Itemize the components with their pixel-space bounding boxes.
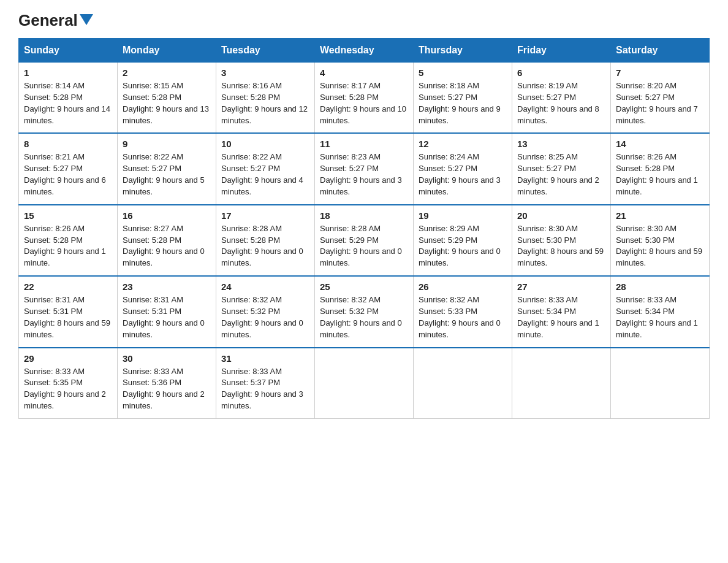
day-number: 20 (517, 210, 605, 221)
day-info: Sunrise: 8:32 AMSunset: 5:33 PMDaylight:… (419, 295, 501, 339)
calendar-header-row: SundayMondayTuesdayWednesdayThursdayFrid… (19, 39, 710, 63)
calendar-cell: 31Sunrise: 8:33 AMSunset: 5:37 PMDayligh… (216, 348, 315, 419)
calendar-cell: 13Sunrise: 8:25 AMSunset: 5:27 PMDayligh… (512, 133, 611, 204)
calendar-cell: 30Sunrise: 8:33 AMSunset: 5:36 PMDayligh… (118, 348, 216, 419)
calendar-cell: 11Sunrise: 8:23 AMSunset: 5:27 PMDayligh… (315, 133, 414, 204)
day-info: Sunrise: 8:30 AMSunset: 5:30 PMDaylight:… (616, 224, 702, 268)
calendar-cell: 25Sunrise: 8:32 AMSunset: 5:32 PMDayligh… (315, 276, 414, 347)
day-number: 11 (320, 139, 408, 149)
col-header-friday: Friday (512, 39, 611, 63)
calendar-cell: 10Sunrise: 8:22 AMSunset: 5:27 PMDayligh… (216, 133, 315, 204)
calendar-cell (414, 348, 512, 419)
calendar-cell (315, 348, 414, 419)
day-number: 26 (419, 282, 507, 292)
day-number: 9 (123, 139, 211, 149)
col-header-saturday: Saturday (611, 39, 710, 63)
calendar-week-row: 29Sunrise: 8:33 AMSunset: 5:35 PMDayligh… (19, 348, 710, 419)
day-number: 28 (616, 282, 704, 292)
day-number: 8 (24, 139, 112, 149)
day-number: 15 (24, 210, 112, 221)
day-number: 1 (24, 67, 112, 78)
calendar-cell: 23Sunrise: 8:31 AMSunset: 5:31 PMDayligh… (118, 276, 216, 347)
day-number: 22 (24, 282, 112, 292)
day-number: 4 (320, 67, 408, 78)
calendar-cell: 9Sunrise: 8:22 AMSunset: 5:27 PMDaylight… (118, 133, 216, 204)
day-number: 14 (616, 139, 704, 149)
calendar-cell: 21Sunrise: 8:30 AMSunset: 5:30 PMDayligh… (611, 205, 710, 276)
calendar-cell: 5Sunrise: 8:18 AMSunset: 5:27 PMDaylight… (414, 63, 512, 134)
day-number: 10 (221, 139, 309, 149)
calendar-cell: 7Sunrise: 8:20 AMSunset: 5:27 PMDaylight… (611, 63, 710, 134)
day-info: Sunrise: 8:22 AMSunset: 5:27 PMDaylight:… (221, 152, 303, 196)
calendar-cell: 3Sunrise: 8:16 AMSunset: 5:28 PMDaylight… (216, 63, 315, 134)
calendar-cell (611, 348, 710, 419)
day-number: 23 (123, 282, 211, 292)
day-info: Sunrise: 8:32 AMSunset: 5:32 PMDaylight:… (221, 295, 303, 339)
calendar-week-row: 15Sunrise: 8:26 AMSunset: 5:28 PMDayligh… (19, 205, 710, 276)
day-info: Sunrise: 8:23 AMSunset: 5:27 PMDaylight:… (320, 152, 402, 196)
calendar-week-row: 1Sunrise: 8:14 AMSunset: 5:28 PMDaylight… (19, 63, 710, 134)
day-number: 12 (419, 139, 507, 149)
calendar-cell: 20Sunrise: 8:30 AMSunset: 5:30 PMDayligh… (512, 205, 611, 276)
calendar-table: SundayMondayTuesdayWednesdayThursdayFrid… (18, 38, 710, 419)
calendar-cell: 8Sunrise: 8:21 AMSunset: 5:27 PMDaylight… (19, 133, 118, 204)
day-number: 29 (24, 353, 112, 364)
calendar-cell: 6Sunrise: 8:19 AMSunset: 5:27 PMDaylight… (512, 63, 611, 134)
day-number: 27 (517, 282, 605, 292)
day-number: 24 (221, 282, 309, 292)
day-info: Sunrise: 8:19 AMSunset: 5:27 PMDaylight:… (517, 81, 599, 125)
day-number: 7 (616, 67, 704, 78)
calendar-cell: 16Sunrise: 8:27 AMSunset: 5:28 PMDayligh… (118, 205, 216, 276)
col-header-thursday: Thursday (414, 39, 512, 63)
day-number: 5 (419, 67, 507, 78)
calendar-week-row: 8Sunrise: 8:21 AMSunset: 5:27 PMDaylight… (19, 133, 710, 204)
day-info: Sunrise: 8:17 AMSunset: 5:28 PMDaylight:… (320, 81, 406, 125)
day-info: Sunrise: 8:28 AMSunset: 5:28 PMDaylight:… (221, 224, 303, 268)
day-info: Sunrise: 8:18 AMSunset: 5:27 PMDaylight:… (419, 81, 501, 125)
page-header: General (18, 12, 710, 27)
calendar-cell: 18Sunrise: 8:28 AMSunset: 5:29 PMDayligh… (315, 205, 414, 276)
day-info: Sunrise: 8:21 AMSunset: 5:27 PMDaylight:… (24, 152, 106, 196)
calendar-cell: 27Sunrise: 8:33 AMSunset: 5:34 PMDayligh… (512, 276, 611, 347)
col-header-monday: Monday (118, 39, 216, 63)
day-info: Sunrise: 8:15 AMSunset: 5:28 PMDaylight:… (123, 81, 209, 125)
calendar-cell: 22Sunrise: 8:31 AMSunset: 5:31 PMDayligh… (19, 276, 118, 347)
day-info: Sunrise: 8:32 AMSunset: 5:32 PMDaylight:… (320, 295, 402, 339)
day-number: 16 (123, 210, 211, 221)
day-info: Sunrise: 8:14 AMSunset: 5:28 PMDaylight:… (24, 81, 110, 125)
day-number: 21 (616, 210, 704, 221)
day-number: 19 (419, 210, 507, 221)
day-number: 2 (123, 67, 211, 78)
calendar-cell: 28Sunrise: 8:33 AMSunset: 5:34 PMDayligh… (611, 276, 710, 347)
day-info: Sunrise: 8:26 AMSunset: 5:28 PMDaylight:… (616, 152, 698, 196)
day-info: Sunrise: 8:22 AMSunset: 5:27 PMDaylight:… (123, 152, 205, 196)
calendar-cell: 1Sunrise: 8:14 AMSunset: 5:28 PMDaylight… (19, 63, 118, 134)
calendar-cell: 24Sunrise: 8:32 AMSunset: 5:32 PMDayligh… (216, 276, 315, 347)
day-info: Sunrise: 8:30 AMSunset: 5:30 PMDaylight:… (517, 224, 604, 268)
day-number: 30 (123, 353, 211, 364)
day-number: 3 (221, 67, 309, 78)
day-info: Sunrise: 8:16 AMSunset: 5:28 PMDaylight:… (221, 81, 308, 125)
col-header-wednesday: Wednesday (315, 39, 414, 63)
day-info: Sunrise: 8:33 AMSunset: 5:34 PMDaylight:… (517, 295, 599, 339)
day-info: Sunrise: 8:33 AMSunset: 5:36 PMDaylight:… (123, 367, 205, 411)
day-info: Sunrise: 8:25 AMSunset: 5:27 PMDaylight:… (517, 152, 599, 196)
calendar-week-row: 22Sunrise: 8:31 AMSunset: 5:31 PMDayligh… (19, 276, 710, 347)
calendar-cell (512, 348, 611, 419)
col-header-tuesday: Tuesday (216, 39, 315, 63)
day-info: Sunrise: 8:28 AMSunset: 5:29 PMDaylight:… (320, 224, 402, 268)
calendar-cell: 12Sunrise: 8:24 AMSunset: 5:27 PMDayligh… (414, 133, 512, 204)
calendar-cell: 2Sunrise: 8:15 AMSunset: 5:28 PMDaylight… (118, 63, 216, 134)
day-info: Sunrise: 8:31 AMSunset: 5:31 PMDaylight:… (123, 295, 205, 339)
calendar-cell: 29Sunrise: 8:33 AMSunset: 5:35 PMDayligh… (19, 348, 118, 419)
day-info: Sunrise: 8:33 AMSunset: 5:34 PMDaylight:… (616, 295, 698, 339)
day-info: Sunrise: 8:29 AMSunset: 5:29 PMDaylight:… (419, 224, 501, 268)
calendar-cell: 26Sunrise: 8:32 AMSunset: 5:33 PMDayligh… (414, 276, 512, 347)
calendar-cell: 14Sunrise: 8:26 AMSunset: 5:28 PMDayligh… (611, 133, 710, 204)
day-number: 25 (320, 282, 408, 292)
day-info: Sunrise: 8:20 AMSunset: 5:27 PMDaylight:… (616, 81, 698, 125)
day-info: Sunrise: 8:27 AMSunset: 5:28 PMDaylight:… (123, 224, 205, 268)
logo-triangle-icon (80, 14, 93, 25)
day-number: 31 (221, 353, 309, 364)
day-number: 6 (517, 67, 605, 78)
